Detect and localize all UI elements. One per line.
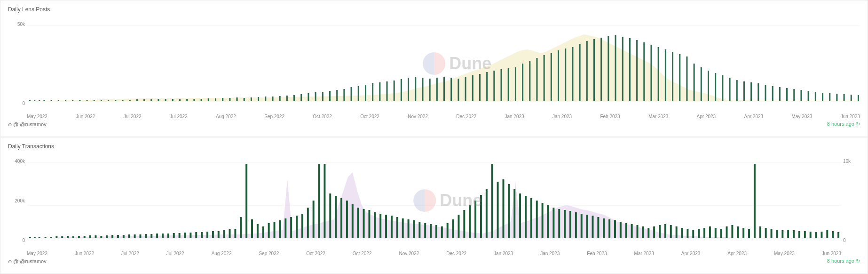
- svg-rect-227: [608, 219, 610, 238]
- x-label: Apr 2023: [681, 251, 701, 256]
- svg-rect-66: [479, 74, 481, 101]
- svg-rect-61: [443, 77, 445, 101]
- svg-rect-217: [552, 208, 554, 238]
- svg-rect-260: [793, 230, 795, 238]
- svg-rect-179: [340, 198, 342, 238]
- x-label: Feb 2023: [587, 251, 607, 256]
- svg-rect-70: [508, 68, 509, 101]
- svg-rect-238: [670, 225, 672, 238]
- svg-rect-82: [593, 39, 595, 101]
- svg-rect-109: [786, 88, 788, 101]
- svg-rect-209: [508, 184, 510, 238]
- svg-rect-218: [558, 209, 560, 238]
- svg-rect-188: [391, 216, 393, 238]
- svg-rect-148: [167, 234, 169, 238]
- svg-rect-234: [647, 228, 649, 238]
- svg-rect-183: [363, 209, 365, 238]
- chart2-svg: [27, 153, 841, 248]
- svg-rect-212: [525, 196, 527, 238]
- svg-rect-27: [201, 99, 202, 101]
- svg-rect-268: [837, 232, 839, 238]
- svg-rect-193: [418, 222, 420, 238]
- chart2-title: Daily Transactions: [8, 143, 860, 150]
- svg-rect-112: [808, 91, 809, 101]
- svg-rect-160: [234, 229, 236, 238]
- svg-rect-243: [698, 229, 700, 238]
- svg-rect-95: [686, 56, 687, 101]
- chart2-right-y-axis: 10k 0: [841, 153, 860, 248]
- svg-rect-101: [729, 78, 731, 101]
- svg-rect-5: [43, 100, 45, 101]
- svg-rect-40: [293, 95, 295, 101]
- svg-rect-242: [692, 230, 694, 238]
- svg-rect-228: [614, 220, 616, 238]
- svg-rect-222: [581, 214, 583, 238]
- svg-rect-236: [659, 225, 661, 238]
- svg-rect-174: [313, 201, 315, 238]
- svg-rect-11: [87, 100, 88, 101]
- svg-rect-147: [162, 234, 164, 238]
- svg-rect-44: [322, 92, 324, 101]
- svg-rect-200: [458, 215, 459, 238]
- svg-rect-123: [29, 237, 31, 238]
- chart1-y-bottom: 0: [22, 101, 25, 106]
- svg-rect-38: [279, 96, 281, 101]
- svg-rect-72: [522, 64, 523, 101]
- svg-rect-142: [134, 234, 136, 238]
- svg-rect-97: [701, 67, 702, 101]
- svg-rect-118: [851, 95, 852, 101]
- svg-rect-3: [34, 100, 35, 101]
- svg-rect-223: [586, 215, 588, 238]
- svg-rect-146: [156, 234, 158, 238]
- svg-rect-208: [502, 179, 504, 238]
- attribution-icon-2: ⊙: [8, 259, 12, 264]
- svg-rect-10: [79, 100, 80, 101]
- svg-rect-36: [265, 97, 266, 101]
- svg-rect-135: [95, 235, 96, 238]
- svg-rect-45: [329, 91, 331, 101]
- svg-rect-198: [447, 223, 449, 238]
- svg-rect-105: [758, 83, 759, 101]
- svg-rect-220: [569, 211, 571, 238]
- svg-rect-129: [61, 236, 63, 238]
- chart2-right-y-bottom: 0: [843, 238, 846, 243]
- svg-rect-93: [672, 52, 673, 101]
- svg-rect-21: [158, 99, 159, 101]
- svg-rect-60: [436, 78, 438, 101]
- svg-rect-191: [408, 219, 410, 238]
- svg-rect-201: [463, 210, 465, 238]
- svg-rect-267: [832, 231, 834, 238]
- svg-rect-261: [798, 231, 800, 238]
- chart2-y-mid: 200k: [15, 198, 25, 203]
- svg-rect-77: [558, 50, 559, 101]
- svg-rect-18: [136, 99, 138, 101]
- svg-rect-81: [586, 41, 588, 101]
- svg-rect-35: [258, 97, 259, 101]
- x-label: Oct 2022: [360, 114, 379, 119]
- svg-rect-111: [800, 90, 802, 101]
- svg-rect-173: [307, 208, 309, 238]
- svg-rect-235: [653, 226, 655, 238]
- svg-rect-213: [530, 198, 532, 238]
- x-label: Sep 2022: [259, 251, 279, 256]
- x-label: Jun 2023: [822, 251, 841, 256]
- svg-rect-176: [324, 164, 325, 238]
- x-label: Jan 2023: [494, 251, 513, 256]
- svg-rect-52: [379, 82, 380, 101]
- svg-rect-210: [513, 189, 515, 238]
- svg-rect-75: [544, 55, 545, 101]
- svg-rect-168: [279, 220, 281, 238]
- svg-rect-59: [429, 79, 431, 101]
- x-label: Jan 2023: [552, 114, 572, 119]
- svg-rect-13: [101, 100, 102, 101]
- x-label: Mar 2023: [634, 251, 654, 256]
- svg-rect-56: [408, 78, 409, 101]
- x-label: May 2022: [27, 114, 47, 119]
- svg-rect-184: [368, 210, 370, 238]
- svg-rect-152: [189, 233, 191, 238]
- svg-rect-247: [720, 229, 722, 238]
- svg-rect-14: [108, 100, 109, 101]
- svg-rect-239: [676, 226, 678, 238]
- svg-rect-8: [65, 100, 66, 101]
- svg-rect-159: [229, 229, 231, 238]
